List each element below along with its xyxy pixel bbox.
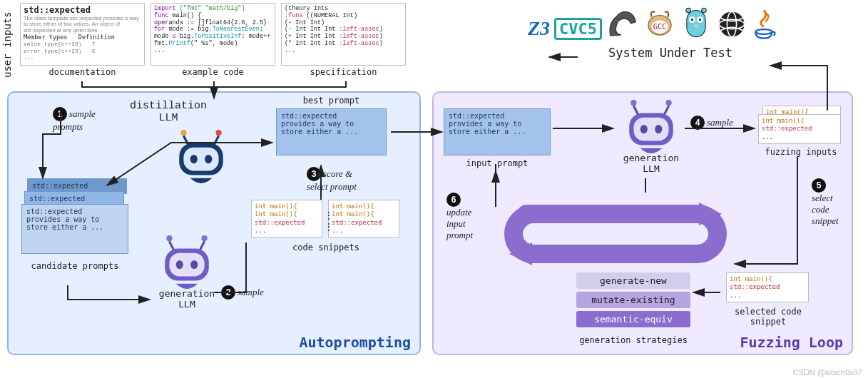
specification-card: (theory Ints :funs ((NUMERAL Int) (- Int… (281, 3, 406, 66)
spec-l4c: ) (379, 26, 383, 33)
step6: 6 update input prompt (446, 193, 473, 241)
code-l6b: Printf (168, 40, 190, 47)
robot-icon (622, 100, 680, 155)
code-l5a: mode (154, 33, 173, 40)
input-example-code: import ("fmt" "math/big") func main() { … (150, 3, 275, 77)
fz-f2: std::expected (762, 125, 812, 132)
watermark: CSDN @kitsch0x97 (793, 368, 862, 377)
input-documentation: std::expected The class template std::ex… (20, 3, 145, 77)
input-prompt-caption: input prompt (444, 158, 551, 168)
autoprompting-title: Autoprompting (299, 334, 411, 351)
spec-l5c: ) (379, 33, 383, 40)
sel-l1: int main(){ (730, 275, 772, 282)
svg-line-34 (664, 106, 668, 114)
selected-code-caption: selected code snippet (722, 307, 815, 327)
svg-point-9 (686, 8, 691, 13)
doc-r1a: value_type(c++23) (24, 41, 82, 47)
svg-text:GCC: GCC (653, 22, 667, 31)
badge-1: 1 (53, 107, 67, 121)
strategy-semantic-equiv: semantic-equiv (576, 311, 690, 327)
best-prompt-card: std::expected provides a way to store ei… (276, 108, 387, 155)
doc-col1: Member types (24, 34, 67, 41)
svg-point-38 (655, 125, 662, 133)
svg-point-22 (205, 155, 212, 163)
doc-r2b: E (92, 48, 96, 54)
svg-point-24 (202, 235, 208, 241)
code-for: for (154, 26, 165, 33)
generation-llm-label-right: generation LLM (619, 153, 683, 174)
snip-b2: int main(){ (332, 210, 374, 218)
distillation-llm-label: distillation LLM (130, 100, 207, 124)
svg-line-33 (633, 106, 638, 114)
snip-b3: std::expected (332, 219, 382, 226)
svg-point-21 (190, 155, 198, 163)
gcc-logo-icon: GCC (643, 7, 676, 40)
svg-line-25 (169, 241, 173, 250)
code-l3: operands := []float64{2.6, 2.5} (154, 19, 267, 26)
doc-r2a: error_type(c++23) (24, 48, 82, 54)
svg-point-11 (719, 11, 744, 36)
svg-point-16 (216, 130, 222, 136)
svg-point-31 (630, 100, 636, 106)
fuzzing-loop-title: Fuzzing Loop (740, 334, 844, 351)
user-inputs-row: std::expected The class template std::ex… (20, 3, 406, 77)
code-import: import (154, 5, 176, 12)
cvc5-logo: CVC5 (554, 18, 602, 40)
snip-a4: ... (255, 227, 319, 235)
doc-title: std::expected (24, 6, 141, 16)
code-l4b: mode := big. (165, 26, 212, 33)
generation-strategies: generate-new mutate-existing semantic-eq… (576, 270, 690, 327)
svg-point-10 (702, 8, 707, 13)
user-inputs-label: user inputs (1, 6, 13, 84)
svg-point-23 (166, 235, 172, 241)
java-cup-icon (752, 7, 777, 40)
svg-line-17 (183, 136, 188, 144)
robot-icon (172, 130, 230, 185)
snip-a3: std::expected (255, 219, 305, 226)
step1: 1 sample prompts (53, 107, 96, 133)
candidate-prompt-c: std::expected provides a way to store ei… (21, 204, 128, 254)
code-l5e: ; mode++ (241, 33, 270, 40)
fz-f3: ... (762, 133, 837, 141)
step5-label: select code snippet (812, 193, 839, 226)
snip-b1: int main(){ (332, 203, 374, 210)
candidate-prompts-caption: candidate prompts (21, 261, 128, 271)
spec-l4b: :left-assoc (339, 26, 379, 33)
fuzz-loop-ring (498, 185, 733, 280)
badge-3: 3 (307, 167, 321, 181)
strategy-generate-new: generate-new (576, 272, 690, 289)
fz-f1: int main(){ (762, 117, 805, 124)
sel-l3: ... (730, 292, 805, 300)
svg-point-15 (180, 130, 186, 136)
distillation-llm-bot (169, 130, 233, 185)
specification-caption: specification (281, 67, 406, 77)
strategy-mutate-existing: mutate-existing (576, 292, 690, 308)
code-func: func (154, 12, 168, 19)
generation-llm-bot-left: generation LLM (155, 235, 219, 310)
svg-rect-20 (183, 148, 218, 171)
code-snippets-caption: code snippets (251, 242, 401, 252)
fuzzing-inputs-caption: fuzzing inputs (755, 147, 847, 157)
step6-label: update input prompt (446, 207, 473, 240)
go-gopher-icon (680, 6, 712, 40)
fuzz-card-front: int main(){ std::expected ... (758, 114, 841, 144)
code-main: main() { (168, 12, 201, 19)
openjdk-icon (716, 9, 747, 40)
svg-point-37 (640, 125, 648, 133)
svg-point-14 (755, 29, 772, 34)
code-l4d: ; (260, 26, 263, 33)
svg-rect-36 (633, 118, 668, 141)
code-import-args: ("fmt" "math/big") (180, 5, 245, 12)
input-prompt-card: std::expected provides a way to store ei… (444, 108, 551, 155)
sut-logos: Z3 CVC5 GCC (528, 6, 777, 40)
autoprompting-panel: Autoprompting distillation LLM 1 sample … (7, 91, 421, 355)
badge-4: 4 (690, 116, 705, 130)
snip-a1: int main(){ (255, 203, 297, 210)
example-code-caption: example code (150, 67, 275, 77)
svg-line-18 (214, 136, 218, 144)
z3-logo: Z3 (528, 17, 550, 40)
step2-label: sample (238, 287, 264, 297)
code-l7: ... (154, 48, 272, 55)
documentation-card: std::expected The class template std::ex… (20, 3, 145, 66)
best-prompt-caption: best prompt (276, 96, 387, 106)
